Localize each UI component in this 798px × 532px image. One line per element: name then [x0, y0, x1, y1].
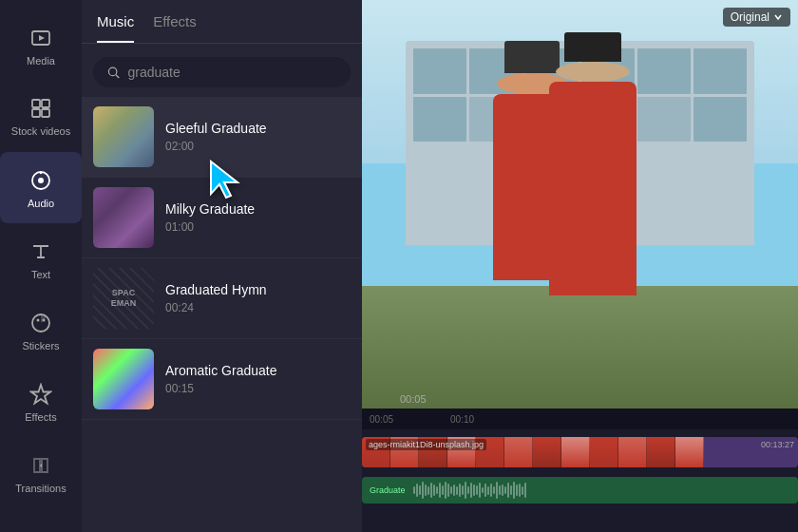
track-name-milky: Milky Graduate: [165, 201, 351, 217]
sidebar-item-transitions[interactable]: Transitions: [0, 437, 82, 508]
svg-point-8: [40, 171, 42, 173]
audio-waveform: [413, 482, 790, 499]
panel-tabs: Music Effects: [82, 0, 362, 44]
track-duration-milky: 01:00: [165, 220, 351, 234]
media-icon: [28, 25, 54, 51]
sidebar-label-stock: Stock videos: [11, 125, 70, 138]
sidebar-item-stickers[interactable]: Stickers: [0, 294, 82, 366]
svg-rect-2: [32, 100, 40, 107]
track-item-aromatic[interactable]: Aromatic Graduate 00:15: [82, 339, 362, 420]
sidebar-label-transitions: Transitions: [15, 483, 66, 494]
main-area: Original 00:05 00:05 00:10: [362, 0, 798, 532]
svg-point-7: [38, 178, 44, 183]
stock-icon: [28, 95, 54, 122]
audio-track-row: Graduate: [362, 473, 798, 507]
svg-marker-1: [39, 35, 45, 41]
track-thumb-aromatic: [93, 349, 154, 409]
track-info-hymn: Graduated Hymn 00:24: [165, 282, 351, 314]
svg-rect-4: [32, 109, 40, 117]
track-list: Gleeful Graduate 02:00 Milky Graduate 01…: [82, 97, 362, 532]
search-bar: graduate: [93, 57, 351, 87]
track-duration-aromatic: 00:15: [165, 382, 351, 395]
grad-scene: [362, 0, 798, 408]
tab-effects[interactable]: Effects: [153, 13, 197, 43]
ruler-mark-0: 00:05: [370, 414, 393, 425]
video-preview: Original 00:05: [362, 0, 798, 408]
track-duration-hymn: 00:24: [165, 301, 351, 314]
search-input[interactable]: graduate: [128, 65, 337, 80]
sidebar-label-media: Media: [27, 55, 55, 66]
track-name-gleeful: Gleeful Graduate: [165, 121, 351, 136]
video-track-row: ages-rmiakit1Di8-unsplash.jpg 00:13:27: [362, 433, 798, 471]
sidebar-label-audio: Audio: [28, 198, 54, 209]
sidebar-item-media[interactable]: Media: [0, 10, 82, 81]
video-clip-duration: 00:13:27: [761, 440, 794, 449]
sidebar-item-text[interactable]: Text: [0, 223, 82, 294]
svg-point-11: [43, 318, 46, 321]
sidebar-item-effects[interactable]: Effects: [0, 366, 82, 437]
svg-line-14: [116, 75, 119, 78]
track-info-aromatic: Aromatic Graduate 00:15: [165, 363, 351, 395]
audio-panel: Music Effects graduate Gleeful Graduate …: [82, 0, 362, 532]
stickers-icon: [28, 310, 54, 336]
timeline-ruler: 00:05 00:10: [362, 408, 798, 429]
svg-point-13: [108, 67, 116, 75]
sidebar-label-text: Text: [31, 269, 50, 280]
sidebar-item-stock[interactable]: Stock videos: [0, 81, 82, 152]
track-thumb-milky: [93, 187, 154, 248]
quality-badge[interactable]: Original: [723, 8, 790, 27]
svg-rect-3: [42, 100, 49, 107]
text-icon: [28, 238, 54, 265]
audio-icon: [28, 167, 54, 194]
track-item-gleeful[interactable]: Gleeful Graduate 02:00: [82, 97, 362, 178]
track-item-milky[interactable]: Milky Graduate 01:00: [82, 178, 362, 258]
effects-icon: [28, 381, 54, 408]
chevron-down-icon: [773, 12, 783, 22]
svg-rect-5: [42, 109, 49, 117]
track-item-hymn[interactable]: SPACEMAN Graduated Hymn 00:24: [82, 258, 362, 339]
track-info-milky: Milky Graduate 01:00: [165, 201, 351, 234]
svg-marker-12: [31, 385, 50, 404]
track-name-hymn: Graduated Hymn: [165, 282, 351, 297]
track-name-aromatic: Aromatic Graduate: [165, 363, 351, 378]
video-clip-label: ages-rmiakit1Di8-unsplash.jpg: [366, 439, 486, 450]
ruler-mark-1: 00:10: [450, 414, 474, 425]
track-info-gleeful: Gleeful Graduate 02:00: [165, 121, 351, 153]
sidebar-label-stickers: Stickers: [22, 340, 59, 352]
track-duration-gleeful: 02:00: [165, 140, 351, 153]
transitions-icon: [28, 452, 54, 479]
tab-music[interactable]: Music: [97, 13, 134, 43]
track-thumb-gleeful: [93, 106, 154, 167]
quality-label: Original: [731, 10, 770, 24]
audio-clip-label: Graduate: [370, 485, 406, 495]
sidebar-label-effects: Effects: [25, 411, 56, 423]
search-icon: [106, 65, 121, 80]
svg-point-10: [37, 318, 40, 321]
sidebar-item-audio[interactable]: Audio: [0, 152, 82, 223]
track-thumb-hymn: SPACEMAN: [93, 268, 154, 329]
timeline: 00:05 00:10: [362, 408, 798, 532]
timeline-marker: 00:05: [400, 393, 427, 405]
sidebar: Media Stock videos Audio: [0, 0, 82, 532]
